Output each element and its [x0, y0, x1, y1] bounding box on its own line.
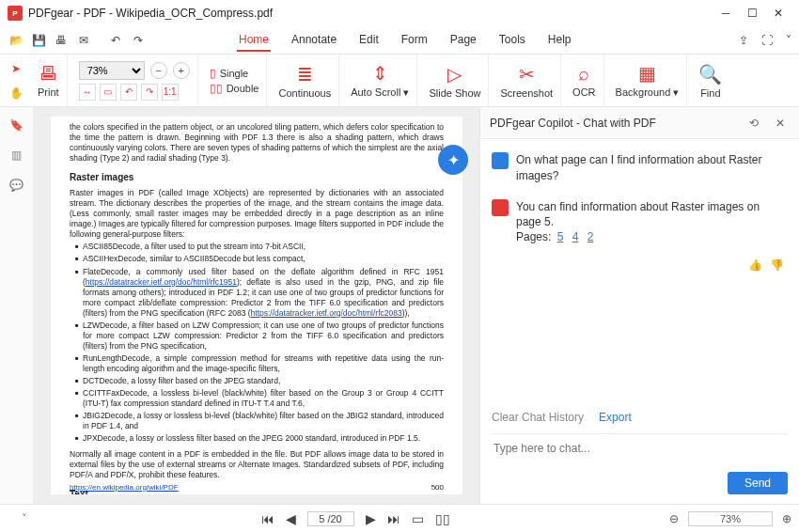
copilot-refresh-icon[interactable]: ⟲ — [744, 114, 763, 133]
close-button[interactable]: ✕ — [765, 0, 791, 26]
tab-tools[interactable]: Tools — [497, 29, 527, 52]
thumbnails-icon[interactable]: ▥ — [11, 149, 22, 162]
open-icon[interactable]: 📂 — [8, 32, 24, 49]
chat-input[interactable] — [492, 433, 788, 462]
list-item: RunLengthDecode, a simple compression me… — [75, 353, 444, 374]
bookmark-icon[interactable]: 🔖 — [9, 118, 24, 132]
autoscroll-icon: ⇕ — [372, 62, 388, 85]
pdf-viewer[interactable]: ✦ the colors specified in the pattern ob… — [34, 107, 479, 504]
ocr-group[interactable]: ⌕ OCR — [565, 55, 603, 106]
tab-form[interactable]: Form — [400, 29, 430, 52]
background-group[interactable]: ▦ Background ▾ — [608, 55, 688, 106]
app-name: PDFgear — [28, 7, 73, 20]
zoom-select[interactable]: 73% — [79, 61, 145, 80]
fit-page-icon[interactable]: ▭ — [100, 84, 117, 101]
copilot-floating-icon[interactable]: ✦ — [438, 145, 468, 175]
continuous-label: Continuous — [278, 87, 331, 99]
facing-icon[interactable]: ▯▯ — [435, 511, 450, 526]
tab-annotate[interactable]: Annotate — [290, 29, 338, 52]
slideshow-group[interactable]: ▷ Slide Show — [421, 55, 489, 106]
quick-actions: 📂 💾 🖶 ✉ ↶ ↷ — [8, 32, 147, 49]
rfc-link[interactable]: https://datatracker.ietf.org/doc/html/rf… — [86, 277, 237, 287]
pointer-icon[interactable]: ➤ — [8, 60, 24, 77]
copilot-close-icon[interactable]: ✕ — [771, 114, 790, 133]
chat-area: On what page can I find information abou… — [480, 139, 799, 405]
mail-icon[interactable]: ✉ — [75, 32, 92, 49]
minimize-button[interactable]: ─ — [713, 0, 739, 26]
page-link[interactable]: 5 — [557, 230, 564, 243]
copilot-title: PDFgear Copilot - Chat with PDF — [490, 117, 737, 130]
bot-message: You can find information about Raster im… — [492, 199, 788, 231]
page-link[interactable]: 2 — [588, 230, 594, 243]
thumbs-down-icon[interactable]: 👎 — [770, 258, 784, 272]
tab-page[interactable]: Page — [448, 29, 478, 52]
fullscreen-icon[interactable]: ⛶ — [761, 34, 773, 47]
single-view[interactable]: ▯Single — [210, 67, 259, 80]
print-icon[interactable]: 🖶 — [53, 32, 70, 49]
print-label: Print — [38, 86, 59, 98]
zoom-display[interactable]: 73% — [688, 511, 773, 526]
collapse-icon[interactable]: ˅ — [786, 34, 791, 47]
zoom-in-icon[interactable]: ⊕ — [782, 512, 791, 525]
bot-text: You can find information about Raster im… — [516, 199, 788, 231]
menubar: 📂 💾 🖶 ✉ ↶ ↷ Home Annotate Edit Form Page… — [0, 26, 799, 55]
tab-home[interactable]: Home — [237, 29, 271, 52]
list-item: JBIG2Decode, a lossy or lossless bi-leve… — [75, 411, 444, 431]
rfc-link[interactable]: https://datatracker.ietf.org/doc/html/rf… — [251, 308, 402, 318]
main-content: 🔖 ▥ 💬 ✦ the colors specified in the patt… — [0, 107, 799, 504]
actual-size-icon[interactable]: 1:1 — [162, 84, 179, 101]
page-link[interactable]: 4 — [572, 230, 579, 243]
hand-icon[interactable]: ✋ — [8, 85, 24, 102]
undo-icon[interactable]: ↶ — [107, 32, 124, 49]
slideshow-label: Slide Show — [429, 87, 480, 99]
redo-icon[interactable]: ↷ — [130, 32, 147, 49]
comments-icon[interactable]: 💬 — [9, 179, 24, 192]
zoom-out-button[interactable]: − — [150, 62, 167, 79]
clear-history[interactable]: Clear Chat History — [492, 411, 584, 424]
pdf-text: Raster images in PDF (called Image XObje… — [70, 188, 444, 240]
maximize-button[interactable]: ☐ — [739, 0, 765, 26]
list-item: CCITTFaxDecode, a lossless bi-level (bla… — [75, 388, 444, 409]
status-zoom: ⊖ 73% ⊕ — [669, 511, 791, 526]
footer-link[interactable]: https://en.wikipedia.org/wiki/PDF — [70, 483, 179, 493]
double-view[interactable]: ▯▯Double — [210, 82, 259, 95]
next-page-icon[interactable]: ▶ — [366, 511, 376, 526]
zoom-in-button[interactable]: + — [173, 62, 190, 79]
zoom-out-icon[interactable]: ⊖ — [669, 512, 679, 525]
continuous-group[interactable]: ≣ Continuous — [271, 55, 339, 106]
single-label: Single — [220, 68, 249, 79]
page-indicator[interactable]: 5 /20 — [307, 511, 354, 526]
screenshot-group[interactable]: ✂ Screenshot — [493, 55, 561, 106]
rotate-left-icon[interactable]: ↶ — [120, 84, 137, 101]
last-page-icon[interactable]: ⏭ — [387, 511, 400, 526]
list-item: LZWDecode, a filter based on LZW Compres… — [75, 321, 444, 352]
save-icon[interactable]: 💾 — [30, 32, 47, 49]
pdf-text: the colors specified in the pattern obje… — [70, 122, 444, 164]
thumbs-up-icon[interactable]: 👍 — [748, 258, 762, 272]
collapse-sidebar-icon[interactable]: ˅ — [8, 512, 41, 525]
share-icon[interactable]: ⇪ — [739, 34, 748, 47]
find-group[interactable]: 🔍 Find — [691, 55, 729, 106]
chat-actions: Clear Chat History Export — [480, 405, 799, 430]
double-label: Double — [227, 83, 259, 94]
tab-help[interactable]: Help — [546, 29, 573, 52]
screenshot-icon: ✂ — [519, 63, 535, 86]
user-message: On what page can I find information abou… — [492, 152, 788, 184]
bot-avatar — [492, 199, 509, 216]
fit-width-icon[interactable]: ↔ — [79, 84, 96, 101]
send-button[interactable]: Send — [728, 472, 788, 494]
autoscroll-group[interactable]: ⇕ Auto Scroll ▾ — [343, 55, 417, 106]
find-label: Find — [700, 87, 720, 99]
reading-mode-icon[interactable]: ▭ — [412, 511, 424, 526]
autoscroll-label: Auto Scroll ▾ — [351, 86, 409, 99]
tab-edit[interactable]: Edit — [357, 29, 381, 52]
cursor-tools: ➤ ✋ — [6, 56, 26, 105]
print-group[interactable]: 🖶 Print — [30, 55, 68, 106]
export-chat[interactable]: Export — [599, 411, 632, 424]
pdf-text: Normally all image content in a PDF is e… — [70, 449, 444, 480]
background-label: Background ▾ — [616, 86, 680, 99]
heading-raster: Raster images — [70, 171, 444, 183]
prev-page-icon[interactable]: ◀ — [286, 511, 296, 526]
rotate-right-icon[interactable]: ↷ — [141, 84, 158, 101]
first-page-icon[interactable]: ⏮ — [261, 511, 274, 526]
